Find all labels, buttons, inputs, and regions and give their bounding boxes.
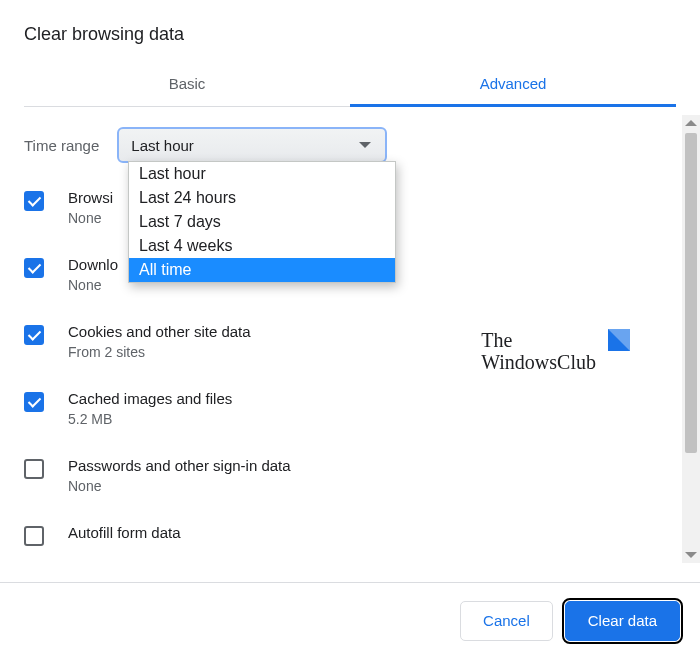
option-title: Autofill form data [68,524,181,541]
checkbox-download-history[interactable] [24,258,44,278]
dialog-footer: Cancel Clear data [0,582,700,658]
option-title: Cached images and files [68,390,232,407]
time-range-label: Time range [24,137,99,154]
cancel-button[interactable]: Cancel [460,601,553,641]
checkbox-cookies[interactable] [24,325,44,345]
watermark-line2: WindowsClub [481,351,596,373]
option-subtitle: 5.2 MB [68,411,232,427]
dialog-title: Clear browsing data [24,24,676,45]
watermark-line1: The [481,329,596,351]
checkbox-cached-images[interactable] [24,392,44,412]
windows-logo-icon [608,329,630,351]
chevron-down-icon [359,142,371,148]
time-range-select[interactable]: Last hour [117,127,387,163]
option-title: Downlo [68,256,118,273]
option-title: Browsi [68,189,113,206]
checkbox-autofill[interactable] [24,526,44,546]
scrollbar-up-icon[interactable] [685,120,697,126]
scrollbar-down-icon[interactable] [685,552,697,558]
checkbox-browsing-history[interactable] [24,191,44,211]
option-title: Cookies and other site data [68,323,251,340]
option-subtitle: From 2 sites [68,344,251,360]
time-range-dropdown: Last hour Last 24 hours Last 7 days Last… [128,161,396,283]
time-range-row: Time range Last hour [24,127,676,163]
dropdown-option-last-24-hours[interactable]: Last 24 hours [129,186,395,210]
dropdown-option-all-time[interactable]: All time [129,258,395,282]
option-subtitle: None [68,478,291,494]
tab-advanced[interactable]: Advanced [350,63,676,106]
dialog-body: Time range Last hour Last hour Last 24 h… [0,107,700,555]
dropdown-option-last-hour[interactable]: Last hour [129,162,395,186]
option-passwords: Passwords and other sign-in data None [24,457,676,494]
checkbox-passwords[interactable] [24,459,44,479]
scrollbar-thumb[interactable] [685,133,697,453]
option-autofill: Autofill form data [24,524,676,546]
option-title: Passwords and other sign-in data [68,457,291,474]
dropdown-option-last-7-days[interactable]: Last 7 days [129,210,395,234]
clear-data-button[interactable]: Clear data [565,601,680,641]
option-cached-images: Cached images and files 5.2 MB [24,390,676,427]
scrollbar[interactable] [682,115,700,563]
tab-basic[interactable]: Basic [24,63,350,106]
tabs: Basic Advanced [24,63,676,107]
option-subtitle: None [68,277,118,293]
dialog-header: Clear browsing data Basic Advanced [0,0,700,107]
option-subtitle: None [68,210,113,226]
watermark: The WindowsClub [481,329,630,373]
clear-browsing-data-dialog: Clear browsing data Basic Advanced Time … [0,0,700,658]
dropdown-option-last-4-weeks[interactable]: Last 4 weeks [129,234,395,258]
time-range-value: Last hour [131,137,194,154]
